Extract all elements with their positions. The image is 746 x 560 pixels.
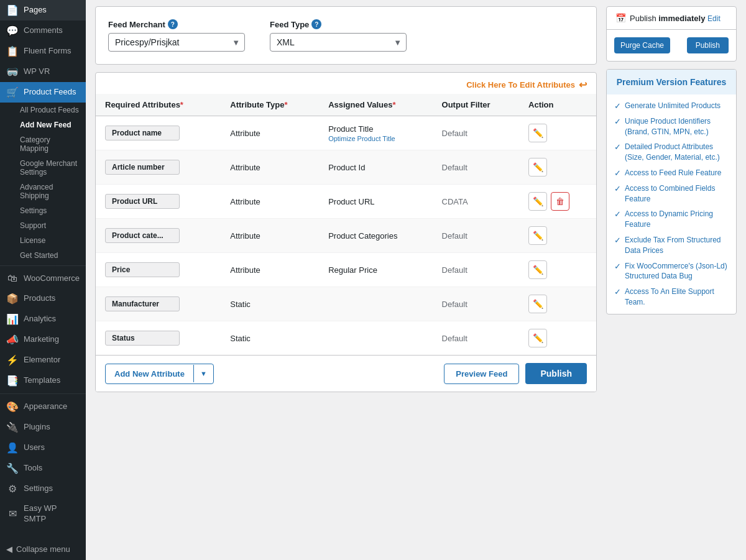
sidebar-item-easy-wp-smtp[interactable]: ✉ Easy WP SMTP — [0, 499, 86, 529]
table-body: Product nameAttributeProduct TitleOptimi… — [96, 116, 596, 356]
edit-button[interactable]: ✏️ — [528, 295, 547, 313]
sidebar-item-woocommerce[interactable]: 🛍 WooCommerce — [0, 269, 86, 288]
sidebar-item-analytics[interactable]: 📊 Analytics — [0, 309, 86, 329]
check-icon: ✓ — [614, 184, 621, 193]
feed-type-select[interactable]: XML CSV TSV TXT — [270, 33, 407, 52]
sidebar-sub-license[interactable]: License — [0, 233, 86, 248]
feed-type-help-icon[interactable]: ? — [311, 19, 321, 29]
sidebar-item-settings[interactable]: ⚙ Settings — [0, 479, 86, 499]
edit-button[interactable]: ✏️ — [528, 329, 547, 347]
table-row: Product nameAttributeProduct TitleOptimi… — [96, 116, 596, 150]
product-feeds-icon: 🛒 — [6, 86, 19, 98]
sidebar-sub-support[interactable]: Support — [0, 218, 86, 233]
attribute-type-cell: Attribute — [221, 253, 319, 287]
edit-hint-bar[interactable]: Click Here To Edit Attributes ↩ — [96, 73, 596, 94]
attribute-type-cell: Attribute — [221, 116, 319, 150]
feed-type-label: Feed Type ? — [270, 19, 407, 29]
publish-box: 📅 Publish immediately Edit Purge Cache P… — [606, 6, 737, 62]
collapse-menu-button[interactable]: ◀ Collapse menu — [0, 538, 86, 560]
output-filter-cell: Default — [433, 287, 519, 321]
templates-icon: 📑 — [6, 375, 19, 387]
attribute-type-cell: Static — [221, 321, 319, 356]
required-attribute-cell: Product name — [96, 116, 221, 150]
sidebar-item-templates[interactable]: 📑 Templates — [0, 370, 86, 391]
add-new-dropdown-icon[interactable]: ▼ — [193, 365, 213, 382]
sidebar-sub-add-new-feed[interactable]: Add New Feed — [0, 117, 86, 132]
sidebar-item-users[interactable]: 👤 Users — [0, 438, 86, 458]
premium-feature-link[interactable]: Exclude Tax From Structured Data Prices — [625, 235, 729, 256]
sidebar-sub-settings[interactable]: Settings — [0, 203, 86, 218]
attribute-badge: Product URL — [105, 194, 180, 209]
elementor-icon: ⚡ — [6, 354, 19, 366]
table-row: Article numberAttributeProduct IdDefault… — [96, 150, 596, 185]
sidebar-item-appearance[interactable]: 🎨 Appearance — [0, 397, 86, 417]
merchant-select-wrapper: Pricespy/Prisjkat Google Shopping Facebo… — [108, 33, 245, 52]
edit-button[interactable]: ✏️ — [528, 124, 547, 142]
action-cell: ✏️ — [519, 219, 596, 253]
sidebar-item-product-feeds[interactable]: 🛒 Product Feeds — [0, 82, 86, 103]
sidebar-item-marketing[interactable]: 📣 Marketing — [0, 329, 86, 350]
publish-button[interactable]: Publish — [525, 363, 587, 384]
sidebar-sub-google-merchant[interactable]: Google Merchant Settings — [0, 156, 86, 180]
merchant-select[interactable]: Pricespy/Prisjkat Google Shopping Facebo… — [108, 33, 245, 52]
attribute-type-cell: Attribute — [221, 219, 319, 253]
sidebar-item-products[interactable]: 📦 Products — [0, 288, 86, 309]
premium-item: ✓Access to Feed Rule Feature — [614, 168, 729, 178]
assigned-value-cell — [319, 321, 432, 356]
right-sidebar: 📅 Publish immediately Edit Purge Cache P… — [606, 6, 737, 554]
premium-header: Premium Version Features — [607, 70, 736, 94]
optimize-link[interactable]: Optimize Product Title — [328, 135, 423, 142]
smtp-icon: ✉ — [6, 508, 19, 520]
premium-feature-link[interactable]: Access to Dynamic Pricing Feature — [625, 209, 729, 230]
publish-edit-link[interactable]: Edit — [707, 14, 721, 23]
calendar-icon: 📅 — [615, 13, 626, 23]
check-icon: ✓ — [614, 287, 621, 296]
add-new-attribute-button[interactable]: Add New Attribute ▼ — [105, 364, 214, 384]
sidebar-item-tools[interactable]: 🔧 Tools — [0, 458, 86, 479]
divider2 — [0, 393, 86, 394]
assigned-value-cell: Regular Price — [319, 253, 432, 287]
attribute-badge: Product name — [105, 126, 180, 140]
merchant-help-icon[interactable]: ? — [168, 19, 178, 29]
attribute-type-cell: Static — [221, 287, 319, 321]
attribute-type-cell: Attribute — [221, 150, 319, 185]
premium-feature-link[interactable]: Access to Feed Rule Feature — [625, 168, 721, 178]
purge-cache-button[interactable]: Purge Cache — [614, 37, 670, 53]
sidebar-sub-all-feeds[interactable]: All Product Feeds — [0, 103, 86, 117]
sidebar-item-comments[interactable]: 💬 Comments — [0, 21, 86, 41]
sidebar-item-plugins[interactable]: 🔌 Plugins — [0, 417, 86, 438]
sidebar-item-fluent-forms[interactable]: 📋 Fluent Forms — [0, 41, 86, 62]
premium-item: ✓Generate Unlimited Products — [614, 101, 729, 111]
bottom-action-bar: Add New Attribute ▼ Preview Feed Publish — [96, 355, 596, 392]
collapse-icon: ◀ — [6, 544, 12, 554]
check-icon: ✓ — [614, 168, 621, 178]
premium-feature-link[interactable]: Access To An Elite Support Team. — [625, 287, 729, 308]
sidebar-sub-get-started[interactable]: Get Started — [0, 248, 86, 263]
premium-feature-link[interactable]: Unique Product Identifiers (Brand, GTIN,… — [625, 116, 729, 137]
required-attribute-cell: Product cate... — [96, 219, 221, 253]
edit-button[interactable]: ✏️ — [528, 158, 547, 177]
premium-feature-link[interactable]: Access to Combined Fields Feature — [625, 183, 729, 204]
premium-feature-link[interactable]: Generate Unlimited Products — [625, 101, 721, 111]
sidebar-item-elementor[interactable]: ⚡ Elementor — [0, 350, 86, 370]
sidebar-sub-category-mapping[interactable]: Category Mapping — [0, 132, 86, 156]
publish-box-button[interactable]: Publish — [687, 37, 729, 53]
merchant-field-group: Feed Merchant ? Pricespy/Prisjkat Google… — [108, 19, 245, 52]
sidebar: 📄 Pages 💬 Comments 📋 Fluent Forms 🥽 WP V… — [0, 0, 86, 560]
premium-feature-link[interactable]: Detailed Product Attributes (Size, Gende… — [625, 142, 729, 163]
premium-feature-link[interactable]: Fix WooCommerce's (Json-Ld) Structured D… — [625, 261, 729, 282]
delete-button[interactable]: 🗑 — [551, 192, 569, 211]
required-attribute-cell: Manufacturer — [96, 287, 221, 321]
required-attribute-cell: Article number — [96, 150, 221, 185]
sidebar-sub-advanced-shipping[interactable]: Advanced Shipping — [0, 180, 86, 203]
sidebar-item-pages[interactable]: 📄 Pages — [0, 0, 86, 21]
edit-button[interactable]: ✏️ — [528, 192, 547, 211]
content-area: Feed Merchant ? Pricespy/Prisjkat Google… — [86, 0, 746, 560]
action-cell: ✏️🗑 — [519, 185, 596, 219]
publish-schedule-text: Publish immediately Edit — [630, 14, 721, 23]
sidebar-item-wp-vr[interactable]: 🥽 WP VR — [0, 62, 86, 82]
preview-feed-button[interactable]: Preview Feed — [444, 364, 519, 384]
plugins-icon: 🔌 — [6, 421, 19, 433]
edit-button[interactable]: ✏️ — [528, 226, 547, 245]
edit-button[interactable]: ✏️ — [528, 260, 547, 279]
